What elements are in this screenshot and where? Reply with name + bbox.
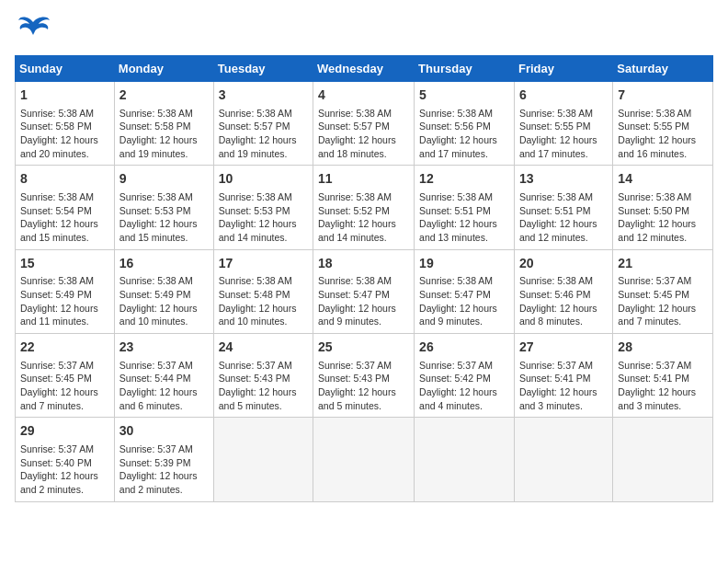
day-number: 19 xyxy=(419,255,509,273)
sunrise-text: Sunrise: 5:38 AM xyxy=(20,108,94,119)
daylight-text: Daylight: 12 hours and 7 minutes. xyxy=(20,386,98,411)
day-number: 13 xyxy=(519,170,608,189)
day-number: 4 xyxy=(318,86,409,105)
sunset-text: Sunset: 5:57 PM xyxy=(219,121,290,132)
day-number: 9 xyxy=(119,170,209,189)
calendar-cell: 12Sunrise: 5:38 AMSunset: 5:51 PMDayligh… xyxy=(415,166,515,249)
logo xyxy=(15,15,55,48)
sunrise-text: Sunrise: 5:37 AM xyxy=(119,443,193,454)
sunset-text: Sunset: 5:55 PM xyxy=(519,121,591,132)
day-number: 8 xyxy=(20,170,109,189)
day-number: 29 xyxy=(20,422,109,441)
sunrise-text: Sunrise: 5:38 AM xyxy=(419,275,493,286)
logo-icon xyxy=(15,15,51,48)
calendar-cell: 10Sunrise: 5:38 AMSunset: 5:53 PMDayligh… xyxy=(213,166,313,249)
sunset-text: Sunset: 5:41 PM xyxy=(519,373,591,384)
daylight-text: Daylight: 12 hours and 19 minutes. xyxy=(119,134,198,159)
calendar-cell: 14Sunrise: 5:38 AMSunset: 5:50 PMDayligh… xyxy=(613,166,713,249)
calendar-cell: 26Sunrise: 5:37 AMSunset: 5:42 PMDayligh… xyxy=(415,334,515,418)
daylight-text: Daylight: 12 hours and 10 minutes. xyxy=(219,303,297,327)
sunset-text: Sunset: 5:55 PM xyxy=(618,121,689,132)
daylight-text: Daylight: 12 hours and 11 minutes. xyxy=(20,303,98,327)
daylight-text: Daylight: 12 hours and 7 minutes. xyxy=(618,303,696,327)
calendar-cell xyxy=(613,418,713,501)
calendar-body: 1Sunrise: 5:38 AMSunset: 5:58 PMDaylight… xyxy=(16,82,713,502)
sunset-text: Sunset: 5:53 PM xyxy=(119,205,191,216)
sunrise-text: Sunrise: 5:37 AM xyxy=(20,360,94,371)
day-number: 11 xyxy=(318,170,409,189)
sunset-text: Sunset: 5:45 PM xyxy=(618,289,689,300)
calendar-cell: 22Sunrise: 5:37 AMSunset: 5:45 PMDayligh… xyxy=(16,334,115,418)
calendar-cell: 19Sunrise: 5:38 AMSunset: 5:47 PMDayligh… xyxy=(415,249,515,333)
calendar-cell xyxy=(213,418,313,501)
calendar-cell: 24Sunrise: 5:37 AMSunset: 5:43 PMDayligh… xyxy=(213,334,313,418)
sunrise-text: Sunrise: 5:38 AM xyxy=(618,108,691,119)
day-number: 24 xyxy=(219,339,308,357)
calendar-cell: 25Sunrise: 5:37 AMSunset: 5:43 PMDayligh… xyxy=(313,334,415,418)
sunset-text: Sunset: 5:53 PM xyxy=(219,205,290,216)
day-number: 14 xyxy=(618,170,708,189)
sunrise-text: Sunrise: 5:38 AM xyxy=(519,191,593,202)
daylight-text: Daylight: 12 hours and 3 minutes. xyxy=(618,386,696,411)
sunset-text: Sunset: 5:41 PM xyxy=(618,373,689,384)
sunrise-text: Sunrise: 5:38 AM xyxy=(219,108,292,119)
sunrise-text: Sunrise: 5:38 AM xyxy=(519,275,593,286)
sunrise-text: Sunrise: 5:38 AM xyxy=(219,275,292,286)
day-number: 17 xyxy=(219,255,308,273)
sunrise-text: Sunrise: 5:38 AM xyxy=(419,108,493,119)
daylight-text: Daylight: 12 hours and 17 minutes. xyxy=(419,134,497,159)
calendar-week-row: 8Sunrise: 5:38 AMSunset: 5:54 PMDaylight… xyxy=(16,166,713,249)
sunset-text: Sunset: 5:50 PM xyxy=(618,205,689,216)
sunrise-text: Sunrise: 5:38 AM xyxy=(318,191,392,202)
daylight-text: Daylight: 12 hours and 5 minutes. xyxy=(219,386,297,411)
daylight-text: Daylight: 12 hours and 15 minutes. xyxy=(119,218,198,243)
sunrise-text: Sunrise: 5:37 AM xyxy=(519,360,593,371)
daylight-text: Daylight: 12 hours and 3 minutes. xyxy=(519,386,597,411)
calendar-cell: 11Sunrise: 5:38 AMSunset: 5:52 PMDayligh… xyxy=(313,166,415,249)
calendar-cell: 28Sunrise: 5:37 AMSunset: 5:41 PMDayligh… xyxy=(613,334,713,418)
daylight-text: Daylight: 12 hours and 10 minutes. xyxy=(119,303,198,327)
calendar-cell: 6Sunrise: 5:38 AMSunset: 5:55 PMDaylight… xyxy=(514,82,612,166)
day-number: 28 xyxy=(618,339,708,357)
daylight-text: Daylight: 12 hours and 9 minutes. xyxy=(318,303,396,327)
calendar-cell: 23Sunrise: 5:37 AMSunset: 5:44 PMDayligh… xyxy=(114,334,213,418)
day-number: 21 xyxy=(618,255,708,273)
day-number: 22 xyxy=(20,339,109,357)
header-row: SundayMondayTuesdayWednesdayThursdayFrid… xyxy=(16,56,713,82)
daylight-text: Daylight: 12 hours and 5 minutes. xyxy=(318,386,396,411)
calendar-week-row: 29Sunrise: 5:37 AMSunset: 5:40 PMDayligh… xyxy=(16,418,713,501)
day-number: 23 xyxy=(119,339,209,357)
daylight-text: Daylight: 12 hours and 2 minutes. xyxy=(119,470,198,495)
calendar-cell: 8Sunrise: 5:38 AMSunset: 5:54 PMDaylight… xyxy=(16,166,115,249)
header-cell-thursday: Thursday xyxy=(415,56,515,82)
sunrise-text: Sunrise: 5:37 AM xyxy=(219,360,292,371)
day-number: 27 xyxy=(519,339,608,357)
calendar-table: SundayMondayTuesdayWednesdayThursdayFrid… xyxy=(15,55,713,502)
calendar-week-row: 15Sunrise: 5:38 AMSunset: 5:49 PMDayligh… xyxy=(16,249,713,333)
calendar-cell: 2Sunrise: 5:38 AMSunset: 5:58 PMDaylight… xyxy=(114,82,213,166)
daylight-text: Daylight: 12 hours and 13 minutes. xyxy=(419,218,497,243)
daylight-text: Daylight: 12 hours and 16 minutes. xyxy=(618,134,696,159)
page-header xyxy=(15,15,713,48)
daylight-text: Daylight: 12 hours and 18 minutes. xyxy=(318,134,396,159)
day-number: 15 xyxy=(20,255,109,273)
sunset-text: Sunset: 5:47 PM xyxy=(318,289,390,300)
calendar-cell: 5Sunrise: 5:38 AMSunset: 5:56 PMDaylight… xyxy=(415,82,515,166)
calendar-cell: 20Sunrise: 5:38 AMSunset: 5:46 PMDayligh… xyxy=(514,249,612,333)
daylight-text: Daylight: 12 hours and 9 minutes. xyxy=(419,303,497,327)
day-number: 20 xyxy=(519,255,608,273)
sunrise-text: Sunrise: 5:38 AM xyxy=(119,108,193,119)
sunrise-text: Sunrise: 5:38 AM xyxy=(419,191,493,202)
header-cell-friday: Friday xyxy=(514,56,612,82)
calendar-cell: 13Sunrise: 5:38 AMSunset: 5:51 PMDayligh… xyxy=(514,166,612,249)
sunset-text: Sunset: 5:52 PM xyxy=(318,205,390,216)
sunrise-text: Sunrise: 5:37 AM xyxy=(119,360,193,371)
sunrise-text: Sunrise: 5:38 AM xyxy=(119,191,193,202)
sunrise-text: Sunrise: 5:38 AM xyxy=(318,275,392,286)
daylight-text: Daylight: 12 hours and 14 minutes. xyxy=(219,218,297,243)
sunset-text: Sunset: 5:45 PM xyxy=(20,373,92,384)
day-number: 12 xyxy=(419,170,509,189)
calendar-cell xyxy=(514,418,612,501)
sunrise-text: Sunrise: 5:38 AM xyxy=(618,191,691,202)
calendar-cell xyxy=(415,418,515,501)
